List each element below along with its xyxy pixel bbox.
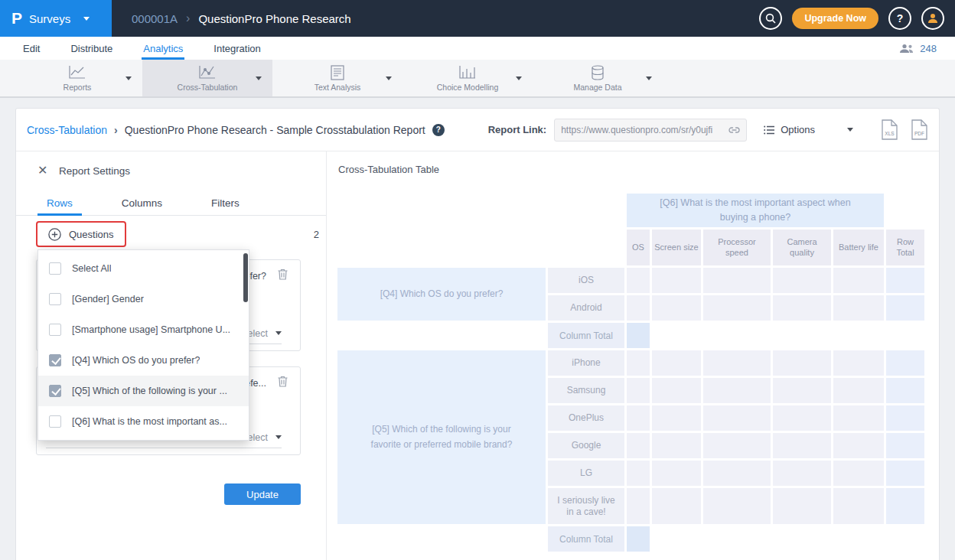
row-group-label-q5: [Q5] Which of the following is your favo… xyxy=(337,350,546,524)
checkbox-checked[interactable] xyxy=(49,385,61,397)
user-icon xyxy=(927,12,939,24)
toolbar-item-cross-tabulation[interactable]: Cross-Tabulation xyxy=(142,60,272,96)
line-chart-icon xyxy=(68,65,86,80)
questions-dropdown: Select All [Gender] Gender [Smartphone u… xyxy=(37,249,249,441)
table-cell xyxy=(833,461,884,486)
cross-tabulation-link[interactable]: Cross-Tabulation xyxy=(27,124,107,136)
dropdown-item-q5[interactable]: [Q5] Which of the following is your ... xyxy=(38,376,249,406)
toolbar-item-label: Manage Data xyxy=(573,83,621,92)
tab-integration[interactable]: Integration xyxy=(212,37,262,60)
tab-rows[interactable]: Rows xyxy=(37,191,82,215)
tab-columns[interactable]: Columns xyxy=(112,191,171,215)
questionpro-logo: P xyxy=(11,9,22,28)
dropdown-item-label: [Smartphone usage] Smartphone U... xyxy=(72,324,230,335)
checkbox[interactable] xyxy=(49,293,61,305)
table-cell xyxy=(703,350,771,376)
pdf-label: PDF xyxy=(914,131,924,136)
table-cell xyxy=(833,268,884,293)
table-cell xyxy=(773,488,831,524)
row-total-cell xyxy=(886,378,924,403)
plus-circle-icon xyxy=(48,228,61,241)
toolbar-item-choice-modelling[interactable]: Choice Modelling xyxy=(403,60,533,96)
dropdown-item-select-all[interactable]: Select All xyxy=(38,253,249,284)
toolbar-item-label: Choice Modelling xyxy=(437,83,499,92)
tab-distribute[interactable]: Distribute xyxy=(69,37,114,60)
tab-filters[interactable]: Filters xyxy=(202,191,249,215)
update-button[interactable]: Update xyxy=(224,483,301,505)
survey-id[interactable]: 000001A xyxy=(132,12,178,25)
chevron-down-icon[interactable] xyxy=(125,77,132,80)
chevron-down-icon[interactable] xyxy=(256,77,262,80)
table-cell xyxy=(703,295,771,321)
row-total-cell xyxy=(886,405,924,431)
report-title: QuestionPro Phone Research - Sample Cros… xyxy=(125,124,425,136)
account-avatar[interactable] xyxy=(921,7,944,30)
row-total-cell xyxy=(886,461,924,486)
surveys-menu[interactable]: P Surveys xyxy=(0,0,112,37)
dropdown-item-q6[interactable]: [Q6] What is the most important as... xyxy=(38,406,249,437)
respondent-count-value: 248 xyxy=(920,43,937,54)
table-cell xyxy=(652,433,701,458)
checkbox[interactable] xyxy=(49,415,61,428)
table-cell xyxy=(833,405,884,431)
close-icon[interactable]: ✕ xyxy=(37,163,47,177)
selected-count: 2 xyxy=(314,229,319,240)
column-header-camera-quality: Camera quality xyxy=(773,230,831,265)
table-cell xyxy=(652,488,701,524)
row-header-google: Google xyxy=(548,433,624,458)
questions-button[interactable]: Questions xyxy=(36,221,126,247)
respondent-count[interactable]: 248 xyxy=(899,37,937,60)
checkbox[interactable] xyxy=(49,262,61,275)
chevron-down-icon[interactable] xyxy=(646,77,652,80)
row-header-ios: iOS xyxy=(548,268,624,293)
checkbox[interactable] xyxy=(49,324,61,336)
chevron-down-icon[interactable] xyxy=(386,77,392,80)
help-button[interactable]: ? xyxy=(888,7,911,30)
link-icon[interactable] xyxy=(728,127,740,133)
list-icon xyxy=(764,125,774,135)
toolbar-item-reports[interactable]: Reports xyxy=(12,60,142,96)
table-cell xyxy=(703,268,771,293)
chevron-down-icon[interactable] xyxy=(516,77,522,80)
column-total-cell xyxy=(627,526,650,552)
table-cell xyxy=(773,378,831,403)
options-menu[interactable]: Options xyxy=(764,124,853,135)
table-cell xyxy=(773,433,831,458)
export-xls-button[interactable]: XLS xyxy=(881,119,898,140)
table-cell xyxy=(703,433,771,458)
tab-edit[interactable]: Edit xyxy=(21,37,41,60)
table-cell xyxy=(833,433,884,458)
column-header-row-total: Row Total xyxy=(886,230,924,265)
row-header-lg: LG xyxy=(548,461,624,486)
people-icon xyxy=(899,44,914,54)
chevron-down-icon[interactable] xyxy=(847,128,853,132)
crosstab-title: Cross-Tabulation Table xyxy=(338,164,439,175)
upgrade-now-button[interactable]: Upgrade Now xyxy=(792,8,878,29)
row-header-android: Android xyxy=(548,295,624,321)
panel-title: Report Settings xyxy=(59,165,130,177)
table-cell xyxy=(703,378,771,403)
table-cell xyxy=(833,378,884,403)
export-pdf-button[interactable]: PDF xyxy=(911,119,928,140)
search-button[interactable] xyxy=(759,7,782,30)
dropdown-item-smartphone-usage[interactable]: [Smartphone usage] Smartphone U... xyxy=(38,314,249,345)
dropdown-item-gender[interactable]: [Gender] Gender xyxy=(38,284,249,314)
checkbox-checked[interactable] xyxy=(49,354,61,366)
row-header-oneplus: OnePlus xyxy=(548,405,624,431)
trash-icon[interactable] xyxy=(278,376,288,387)
table-cell xyxy=(773,268,831,293)
toolbar-item-manage-data[interactable]: Manage Data xyxy=(533,60,663,96)
table-cell xyxy=(652,405,701,431)
toolbar-item-text-analysis[interactable]: Text Analysis xyxy=(272,60,403,96)
help-badge[interactable]: ? xyxy=(432,124,445,136)
chevron-down-icon xyxy=(275,435,282,439)
tab-analytics[interactable]: Analytics xyxy=(142,37,184,60)
dropdown-item-q4[interactable]: [Q4] Which OS do you prefer? xyxy=(38,345,249,376)
crosstab-area: Cross-Tabulation Table [Q6] What is the … xyxy=(328,151,939,560)
column-total-label: Column Total xyxy=(548,323,624,348)
dropdown-scrollbar[interactable] xyxy=(243,253,248,302)
chevron-down-icon xyxy=(275,331,282,335)
trash-icon[interactable] xyxy=(278,269,288,280)
table-cell xyxy=(703,488,771,524)
report-link-input[interactable] xyxy=(561,125,725,135)
